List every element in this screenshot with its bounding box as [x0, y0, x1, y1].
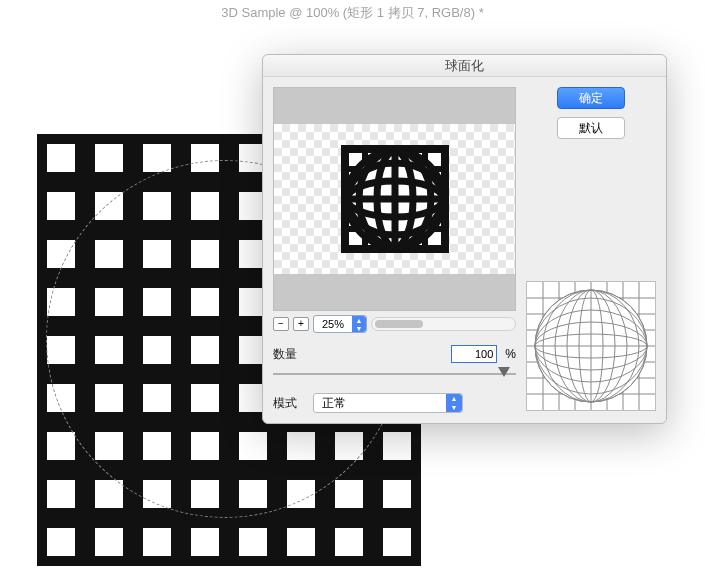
preview-sphere-icon — [335, 139, 455, 259]
amount-slider[interactable] — [273, 367, 516, 381]
ok-button[interactable]: 确定 — [557, 87, 625, 109]
amount-unit: % — [505, 347, 516, 361]
mode-value: 正常 — [314, 395, 446, 412]
dialog-title: 球面化 — [263, 55, 666, 77]
preview-margin-bottom — [274, 274, 515, 310]
zoom-value: 25% — [314, 318, 352, 330]
scroll-thumb[interactable] — [375, 320, 423, 328]
defaults-button[interactable]: 默认 — [557, 117, 625, 139]
slider-thumb-icon — [498, 367, 510, 377]
mode-label: 模式 — [273, 395, 305, 412]
preview-margin-top — [274, 88, 515, 124]
preview-pane[interactable] — [273, 87, 516, 311]
zoom-in-button[interactable]: + — [293, 317, 309, 331]
amount-field[interactable] — [451, 345, 497, 363]
zoom-select[interactable]: 25% ▲▼ — [313, 315, 367, 333]
stepper-arrows-icon: ▲▼ — [352, 316, 366, 332]
zoom-out-button[interactable]: − — [273, 317, 289, 331]
preview-checker — [274, 124, 515, 274]
mode-select[interactable]: 正常 ▲▼ — [313, 393, 463, 413]
spherize-dialog: 球面化 — [262, 54, 667, 424]
amount-label: 数量 — [273, 346, 305, 363]
stepper-arrows-icon: ▲▼ — [446, 394, 462, 412]
diagram-thumbnail — [526, 281, 656, 411]
document-title: 3D Sample @ 100% (矩形 1 拷贝 7, RGB/8) * — [0, 4, 705, 22]
preview-scrollbar[interactable] — [371, 317, 516, 331]
